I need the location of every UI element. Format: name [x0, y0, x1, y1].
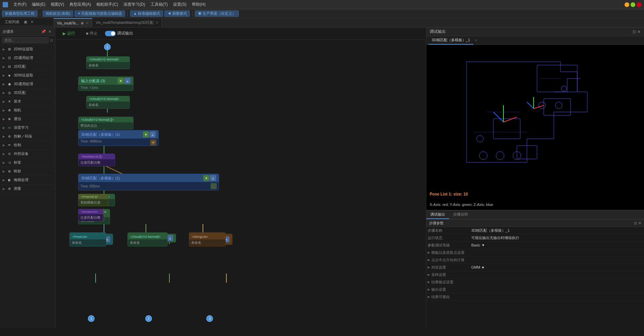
fine-match-node[interactable]: 3D精匹配（多模板）(1) ▼ ▲ Time: 835ms 🎥 [78, 174, 219, 190]
sidebar-item-depalletize[interactable]: ▶ ⊘ 拆解／码垛 [0, 132, 55, 141]
param-result[interactable]: ▶ 结果验证设置 [426, 279, 644, 286]
toggle-switch[interactable] [105, 31, 116, 36]
fine-cam-button[interactable]: 🎥 [211, 183, 217, 189]
coarse-expand-button[interactable]: ▼ [143, 131, 149, 137]
params-title: 步骤参数 [429, 221, 444, 226]
menu-typical[interactable]: 典型应用(A) [67, 1, 94, 8]
search-input[interactable] [2, 37, 49, 43]
deeplearn-icon: AI [7, 125, 12, 130]
sidebar-item-deeplearn[interactable]: ▶ AI 深度学习 [0, 123, 55, 132]
fine-expand-button[interactable]: ▼ [203, 175, 209, 181]
param-point-cloud-label: ▶ 点云中点方向的计算 [428, 258, 471, 263]
param-run-status-label: 运行状态 [428, 235, 471, 240]
run-icon: ▶ [63, 31, 66, 36]
project-expand-button[interactable]: ▣ [23, 20, 28, 24]
cloud-out-subtitle: 带法向点云 [80, 124, 97, 127]
coarse-eye-button[interactable]: 👁 [150, 139, 156, 146]
menu-view[interactable]: 视图(V) [48, 1, 67, 8]
param-correspond-val: GMM ★ [471, 265, 643, 270]
sidebar-item-tags[interactable]: ▶ ◁ 标签 [0, 158, 55, 167]
params-close-btn[interactable]: ✕ [638, 221, 641, 225]
sidebar-item-mapping[interactable]: ▶ ⊛ 映射 [0, 167, 55, 176]
sidebar-item-external[interactable]: ▶ ⊙ 外部设备 [0, 150, 55, 158]
sidebar-close-button[interactable]: ✕ [47, 29, 52, 34]
tab-0[interactable]: Vis_multiTe... ▣ ✕ [54, 18, 92, 27]
params-expand-btn[interactable]: ⊡ [634, 221, 637, 225]
param-output[interactable]: ▶ 输出设置 [426, 286, 644, 293]
debug-expand-button[interactable]: ⊡ [633, 30, 636, 34]
sidebar-item-3d-match[interactable]: ▶ ◎ 3D匹配 [0, 89, 55, 97]
sidebar-item-3d-features[interactable]: ▶ ◈ 3D特征提取 [0, 71, 55, 80]
debug-tab-main[interactable]: 3D精匹配（多模板）_1 [428, 36, 473, 45]
correspond-expand-arrow[interactable]: ▶ [428, 266, 430, 269]
vis-expand-arrow[interactable]: ▶ [428, 295, 430, 298]
sample-expand-arrow[interactable]: ▶ [428, 273, 430, 276]
distributor-expand-button[interactable]: ▼ [118, 78, 124, 84]
menu-settings[interactable]: 设置(S) [170, 1, 189, 8]
camera-calib-button[interactable]: 相机标定(表格) [43, 10, 73, 17]
template-editor-button[interactable]: ✦ 匹配模板与抓取点编辑器 [74, 10, 125, 17]
sidebar-item-3d-general[interactable]: ▶ ◉ 3D通用处理 [0, 80, 55, 89]
rbt-debug[interactable]: 调试输出 [426, 211, 449, 219]
menu-deeplearn[interactable]: 深度学习(D) [121, 1, 148, 8]
index-1-bottom: 1 [88, 315, 95, 322]
coarse-up-button[interactable]: ▲ [150, 131, 156, 137]
param-template[interactable]: ▶ 模板以及抓取点设置 [426, 249, 644, 257]
toggle-knob [111, 32, 115, 36]
tab-icon-0: ▣ [81, 21, 84, 25]
production-ui-button[interactable]: ▣ 生产界面（自定义） [195, 10, 239, 17]
toolbar-separator2 [127, 11, 128, 16]
menu-file[interactable]: 文件(F) [11, 1, 29, 8]
minimize-button[interactable] [625, 2, 629, 7]
close-button[interactable] [637, 2, 641, 7]
measure-mode-button[interactable]: ◀ 测量模式 [164, 10, 190, 17]
run-button[interactable]: ▶ 运行 [59, 30, 78, 37]
sidebar-item-2d-general[interactable]: ▶ ⊡ 2D通用处理 [0, 54, 55, 62]
debug-close-button[interactable]: ✕ [637, 30, 641, 34]
sidebar-item-comms[interactable]: ▶ ⊗ 通信 [0, 115, 55, 123]
distributor-body: Time: <1ms [78, 85, 133, 91]
stop-button[interactable]: ■ 停止 [83, 30, 101, 37]
tab-close-1[interactable]: ✕ [156, 21, 158, 24]
debug-toggle[interactable]: 调试输出 [105, 31, 133, 36]
sidebar-item-2d-features[interactable]: ▶ ⊞ 2D特征提取 [0, 45, 55, 54]
fine-up-button[interactable]: ▲ [210, 175, 216, 181]
project-close-button[interactable]: ✕ [30, 20, 35, 24]
maximize-button[interactable] [631, 2, 635, 7]
expand-arrow4: ▶ [3, 74, 5, 77]
out2-up[interactable]: ▲ [167, 235, 173, 241]
new-project-button[interactable]: 新建典型应用工程 [2, 10, 38, 17]
external-icon: ⊙ [7, 152, 12, 156]
tabbar: Vis_multiTe... ▣ ✕ Vis_multiTemplateMatc… [54, 18, 644, 27]
param-sample[interactable]: ▶ 采样设置 [426, 271, 644, 279]
param-point-cloud[interactable]: ▶ 点云中点方向的计算 [426, 257, 644, 264]
sidebar-item-draw[interactable]: ▶ ✏ 绘制 [0, 141, 55, 150]
edit-icon: ▲ [133, 11, 137, 15]
distributor-up-button[interactable]: ▲ [124, 78, 130, 84]
param-debug-level-val[interactable]: Basic ▼ [471, 243, 643, 247]
param-vis[interactable]: ▶ 结果可视化 [426, 293, 644, 301]
sidebar-item-measure[interactable]: ▶ ⊜ 测量 [0, 184, 55, 193]
pointcloud-expand-arrow[interactable]: ▶ [428, 258, 430, 262]
expand-arrow13: ▶ [3, 152, 5, 156]
template-expand-arrow[interactable]: ▶ [428, 251, 430, 254]
output-expand-arrow[interactable]: ▶ [428, 288, 430, 291]
edit-mode-button[interactable]: ▲ 标准编辑模式 [130, 10, 163, 17]
rbt-step-desc[interactable]: 步骤说明 [449, 211, 472, 219]
tab-1[interactable]: Vis_multiTemplateMatching/3D匹配 ✕ [92, 18, 162, 27]
menu-help[interactable]: 帮助(H) [189, 1, 208, 8]
sidebar-item-camera[interactable]: ▶ ⊕ 相机 [0, 106, 55, 115]
sidebar-item-2d-match[interactable]: ▶ ⊟ 2D匹配 [0, 62, 55, 71]
tab-close-0[interactable]: ✕ [86, 21, 89, 25]
menu-edit[interactable]: 编辑(E) [29, 1, 48, 8]
sidebar-item-arithmetic[interactable]: ▶ ✕ 算术 [0, 97, 55, 106]
sidebar-pin-button[interactable]: 📌 [41, 29, 46, 34]
distributor-node[interactable]: 输入分配器 (3) ▼ ▲ Time: <1ms [78, 76, 133, 91]
expand-arrow6: ▶ [3, 91, 5, 95]
menu-tools[interactable]: 工具箱(T) [148, 1, 170, 8]
result-expand-arrow[interactable]: ▶ [428, 280, 430, 284]
debug-tab-close-button[interactable]: ✕ [475, 39, 477, 42]
menu-camera[interactable]: 相机助手(C) [94, 1, 121, 8]
sidebar-item-mask[interactable]: ▶ ◐ 掩模处理 [0, 176, 55, 184]
coarse-match-node[interactable]: 3D粗匹配（多模板）(1) ▼ ▲ 👁 Time: 4886ms [78, 130, 159, 146]
